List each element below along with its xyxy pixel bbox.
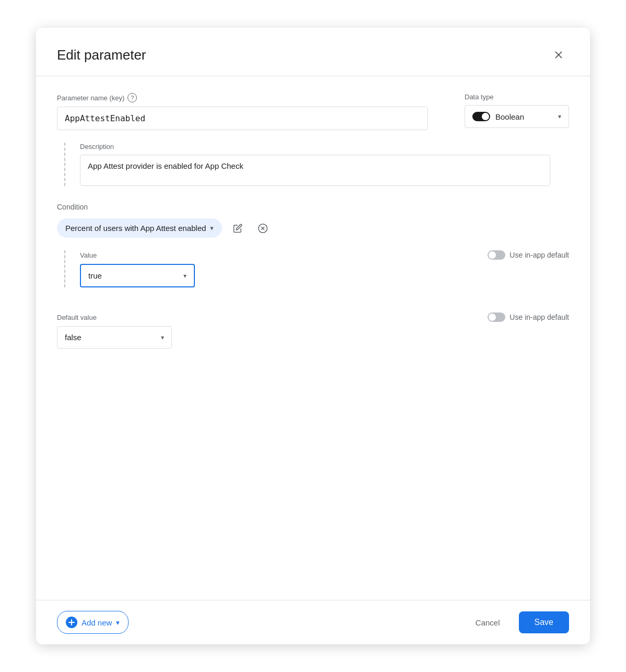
close-button[interactable] bbox=[548, 44, 569, 65]
condition-row: Percent of users with App Attest enabled… bbox=[57, 218, 569, 238]
param-name-row: Parameter name (key) ? Data type Boolean… bbox=[57, 93, 569, 130]
description-label: Description bbox=[80, 143, 569, 150]
data-type-chevron-icon: ▾ bbox=[558, 113, 561, 120]
value-row: Value Use in-app default bbox=[80, 250, 569, 260]
param-name-label: Parameter name (key) ? bbox=[57, 93, 452, 102]
default-value-section: Default value Use in-app default false ▾ bbox=[57, 312, 569, 349]
value-chevron-icon: ▾ bbox=[183, 272, 187, 280]
use-in-app-default-row: Use in-app default bbox=[488, 250, 569, 260]
use-in-app-default-toggle[interactable] bbox=[488, 250, 505, 260]
param-name-input[interactable] bbox=[57, 107, 428, 130]
param-name-group: Parameter name (key) ? bbox=[57, 93, 452, 130]
use-in-app-default-label: Use in-app default bbox=[509, 251, 569, 259]
dialog-footer: Add new ▾ Cancel Save bbox=[36, 600, 590, 644]
boolean-toggle-icon bbox=[472, 112, 490, 121]
data-type-label: Data type bbox=[465, 93, 569, 101]
add-new-chevron-icon: ▾ bbox=[116, 619, 120, 627]
default-value-select[interactable]: false ▾ bbox=[57, 326, 172, 349]
default-value-row: Default value Use in-app default bbox=[57, 312, 569, 322]
remove-condition-button[interactable] bbox=[253, 219, 272, 238]
value-section: Value Use in-app default true ▾ bbox=[64, 250, 569, 287]
edit-parameter-dialog: Edit parameter Parameter name (key) ? Da… bbox=[36, 28, 590, 644]
default-use-in-app-default-label: Use in-app default bbox=[509, 313, 569, 321]
cancel-button[interactable]: Cancel bbox=[465, 613, 511, 632]
condition-chip[interactable]: Percent of users with App Attest enabled… bbox=[57, 218, 222, 238]
data-type-select[interactable]: Boolean ▾ bbox=[465, 105, 569, 128]
default-use-in-app-default-toggle[interactable] bbox=[488, 312, 505, 322]
dialog-body: Parameter name (key) ? Data type Boolean… bbox=[36, 76, 590, 600]
data-type-group: Data type Boolean ▾ bbox=[465, 93, 569, 128]
value-label: Value bbox=[80, 251, 97, 259]
add-new-button[interactable]: Add new ▾ bbox=[57, 611, 129, 634]
save-button[interactable]: Save bbox=[519, 611, 569, 633]
description-section: Description App Attest provider is enabl… bbox=[64, 143, 569, 186]
plus-circle-icon bbox=[66, 617, 77, 628]
edit-condition-button[interactable] bbox=[228, 219, 247, 238]
default-use-in-app-default-row: Use in-app default bbox=[488, 312, 569, 322]
value-select[interactable]: true ▾ bbox=[80, 264, 195, 287]
condition-label: Condition bbox=[57, 203, 569, 211]
description-input[interactable]: App Attest provider is enabled for App C… bbox=[80, 155, 550, 186]
dialog-header: Edit parameter bbox=[36, 28, 590, 76]
default-chevron-icon: ▾ bbox=[161, 334, 164, 341]
condition-chevron-icon: ▾ bbox=[210, 224, 214, 232]
help-icon[interactable]: ? bbox=[127, 93, 137, 102]
description-group: Description App Attest provider is enabl… bbox=[80, 143, 569, 186]
dialog-title: Edit parameter bbox=[57, 47, 146, 63]
footer-actions: Cancel Save bbox=[465, 611, 569, 633]
default-value-label: Default value bbox=[57, 314, 97, 321]
